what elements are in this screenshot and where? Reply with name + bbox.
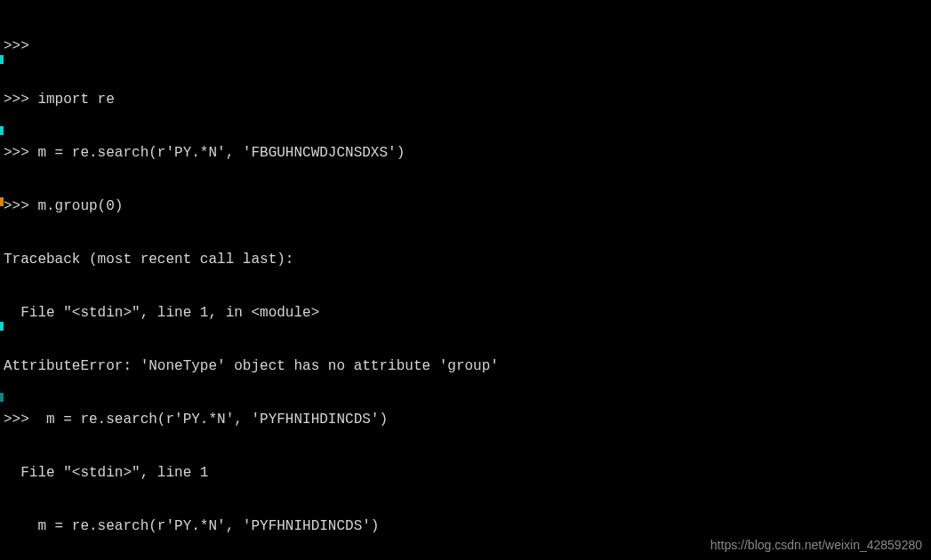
terminal-line: >>> xyxy=(4,37,927,55)
terminal-line: File "<stdin>", line 1 xyxy=(4,464,927,482)
terminal-line: >>> m = re.search(r'PY.*N', 'PYFHNIHDINC… xyxy=(4,411,927,428)
terminal-output[interactable]: >>> >>> import re >>> m = re.search(r'PY… xyxy=(0,0,931,560)
watermark: https://blog.csdn.net/weixin_42859280 xyxy=(710,538,922,554)
terminal-line: >>> m.group(0) xyxy=(4,197,927,215)
terminal-line: >>> m = re.search(r'PY.*N', 'FBGUHNCWDJC… xyxy=(4,144,927,162)
terminal-line: AttributeError: 'NoneType' object has no… xyxy=(4,357,927,375)
terminal-line: Traceback (most recent call last): xyxy=(4,251,927,268)
terminal-line: >>> import re xyxy=(4,91,927,108)
terminal-line: File "<stdin>", line 1, in <module> xyxy=(4,304,927,322)
terminal-line: m = re.search(r'PY.*N', 'PYFHNIHDINCDS') xyxy=(4,517,927,535)
